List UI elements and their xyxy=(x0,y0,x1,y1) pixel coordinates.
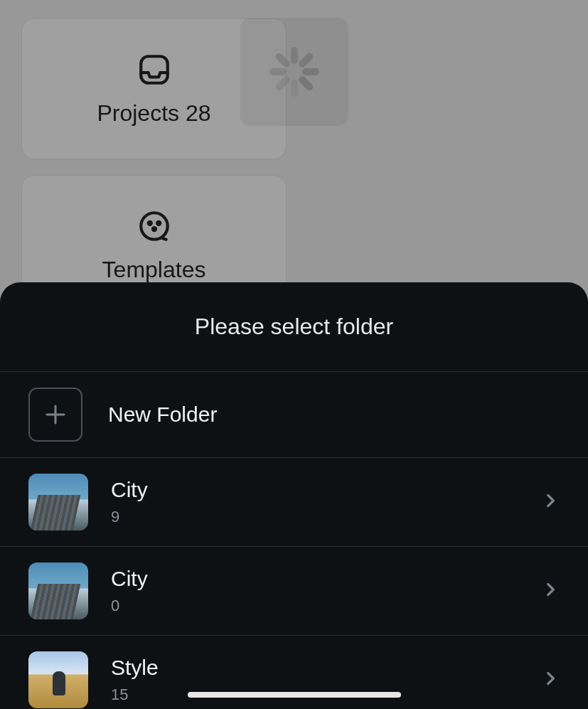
folder-picker-sheet: Please select folder New Folder City 9 C… xyxy=(0,282,588,709)
folder-thumbnail xyxy=(28,563,88,619)
spinner-icon xyxy=(269,47,319,97)
folder-row[interactable]: Style 15 xyxy=(0,636,588,709)
folder-name: City xyxy=(111,478,541,502)
folder-row[interactable]: City 9 xyxy=(0,458,588,547)
plus-icon xyxy=(28,388,82,442)
folder-name: City xyxy=(111,567,541,591)
folder-row[interactable]: City 0 xyxy=(0,547,588,636)
folder-thumbnail xyxy=(28,474,88,531)
home-indicator[interactable] xyxy=(188,692,401,698)
chevron-right-icon xyxy=(541,669,560,691)
chevron-right-icon xyxy=(541,491,560,513)
loading-indicator xyxy=(240,18,348,126)
folder-name: Style xyxy=(111,656,541,680)
new-folder-label: New Folder xyxy=(108,403,560,427)
chevron-right-icon xyxy=(541,580,560,602)
folder-count: 9 xyxy=(111,508,541,526)
new-folder-row[interactable]: New Folder xyxy=(0,372,588,458)
folder-count: 0 xyxy=(111,597,541,615)
sheet-title: Please select folder xyxy=(0,282,588,372)
folder-thumbnail xyxy=(28,651,88,708)
